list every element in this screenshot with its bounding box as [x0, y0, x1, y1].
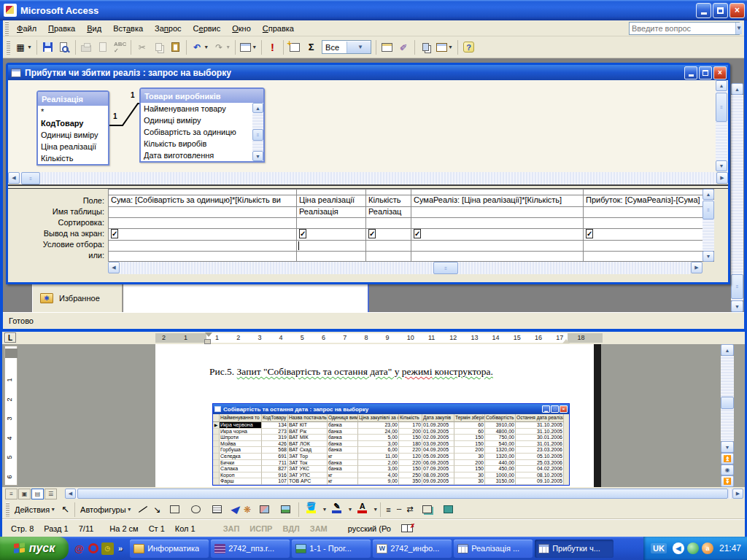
properties-button[interactable]: [379, 39, 395, 55]
field-item[interactable]: Кількість виробів: [141, 138, 252, 149]
text-box-button[interactable]: [206, 502, 228, 517]
menu-item-Справка[interactable]: Справка: [257, 22, 300, 35]
line-color-button[interactable]: ✎: [329, 502, 344, 517]
table-cell[interactable]: Короп: [220, 472, 262, 479]
scroll-right-icon[interactable]: ▶: [716, 172, 728, 184]
row-selector[interactable]: ▶: [213, 422, 220, 429]
table-cell[interactable]: 6,00: [358, 447, 399, 454]
scroll-thumb[interactable]: ≡: [703, 201, 714, 219]
table-cell[interactable]: 3,00: [358, 441, 399, 448]
grid-vertical-scrollbar[interactable]: ▲ ≡ ▼: [703, 189, 714, 262]
print-button[interactable]: [78, 39, 95, 55]
taskbar-button-4[interactable]: W2742_инфо...: [373, 540, 452, 558]
table-cell[interactable]: 3910,00: [485, 422, 516, 429]
table-cell[interactable]: ВАТ КІТ: [288, 422, 328, 429]
row-selector[interactable]: [213, 472, 220, 479]
grid-show-cell[interactable]: ✓: [109, 229, 296, 241]
table-cell[interactable]: 250: [399, 472, 422, 479]
query-window-titlebar[interactable]: Прибутки чи збитки реаліз : запрос на вы…: [8, 65, 728, 80]
grid-or-cell[interactable]: [366, 252, 411, 262]
menu-item-Правка[interactable]: Правка: [42, 22, 81, 35]
grid-table-cell[interactable]: [411, 207, 583, 218]
table-cell[interactable]: 200: [399, 429, 422, 435]
table-cell[interactable]: 711: [262, 460, 288, 467]
table-cell[interactable]: 31.10.2005: [516, 429, 564, 435]
menu-item-Вставка[interactable]: Вставка: [107, 22, 149, 35]
table-cell[interactable]: кг: [328, 478, 358, 485]
table-cell[interactable]: 200: [454, 447, 485, 454]
grid-sort-cell[interactable]: [109, 218, 296, 229]
cut-button[interactable]: ✂: [133, 39, 150, 55]
arrow-style-button[interactable]: ⇄: [403, 502, 416, 517]
table-cell[interactable]: 24,00: [358, 429, 399, 435]
arrow-button[interactable]: ↘: [151, 502, 164, 517]
menu-item-Сервис[interactable]: Сервис: [187, 22, 227, 35]
table-cell[interactable]: банка: [328, 466, 358, 472]
autoshapes-menu[interactable]: Автофигуры▼: [77, 502, 135, 517]
table-cell[interactable]: 916: [262, 472, 288, 479]
field-item[interactable]: Найменування товару: [141, 103, 252, 114]
taskbar-button-5[interactable]: Реалізація ...: [454, 540, 533, 558]
left-indent-marker[interactable]: [204, 339, 211, 344]
table-cell[interactable]: 5,00: [358, 435, 399, 441]
language-indicator[interactable]: UK: [651, 543, 667, 553]
menu-item-Запрос[interactable]: Запрос: [149, 22, 187, 35]
row-selector[interactable]: [213, 460, 220, 467]
spelling-status-icon[interactable]: [401, 524, 413, 532]
grid-column-header[interactable]: [109, 189, 296, 195]
table-cell[interactable]: 09.10.2005: [516, 478, 564, 485]
show-checkbox[interactable]: ✓: [111, 229, 118, 238]
show-checkbox[interactable]: ✓: [414, 229, 421, 238]
normal-view-button[interactable]: ≡: [5, 489, 18, 499]
grid-sort-cell[interactable]: [366, 218, 411, 229]
field-list-tovary-vyrobnykiv[interactable]: Товари виробниківНайменування товаруОдин…: [139, 88, 265, 163]
agent-tray-icon[interactable]: a: [702, 542, 713, 554]
table-row[interactable]: Горбуша568ВАТ Скадбанка6,0022004.09.2005…: [213, 447, 569, 454]
grid-sort-cell[interactable]: [297, 218, 365, 229]
web-layout-button[interactable]: ▣: [18, 489, 31, 499]
table-cell[interactable]: 150: [399, 435, 422, 441]
spelling-button[interactable]: ABC✓: [112, 39, 128, 55]
table-cell[interactable]: 31.10.2005: [516, 422, 564, 429]
table-cell[interactable]: 200: [454, 460, 485, 467]
grid-show-cell[interactable]: ✓: [297, 229, 365, 241]
row-selector[interactable]: [213, 454, 220, 460]
table-cell[interactable]: банка: [328, 441, 358, 448]
scroll-up-icon[interactable]: ▲: [252, 103, 263, 113]
table-cell[interactable]: ЗАТ УКС: [288, 466, 328, 472]
scroll-thumb[interactable]: ≡: [716, 93, 727, 122]
table-cell[interactable]: 07.09.2005: [422, 466, 454, 472]
taskbar-button-3[interactable]: 1-1 - Прог...: [292, 540, 371, 558]
table-cell[interactable]: 440,00: [485, 460, 516, 467]
table-cell[interactable]: 426: [262, 441, 288, 448]
table-cell[interactable]: 750,00: [485, 435, 516, 441]
grid-field-cell[interactable]: СумаРеаліз: [Ціна реалізації]*[Кількість…: [411, 195, 583, 207]
build-button[interactable]: ✏: [395, 39, 412, 55]
top-values-combo[interactable]: Все▼: [322, 40, 371, 54]
table-cell[interactable]: 170: [399, 422, 422, 429]
rectangle-button[interactable]: [164, 502, 185, 517]
scroll-thumb[interactable]: ≡: [21, 172, 40, 184]
table-cell[interactable]: ВАТ ЛОК: [288, 441, 328, 448]
table-cell[interactable]: 691: [262, 454, 288, 460]
table-cell[interactable]: банка: [328, 447, 358, 454]
grid-show-cell[interactable]: ✓: [411, 229, 583, 241]
threed-style-button[interactable]: [438, 502, 459, 517]
table-cell[interactable]: 150: [454, 435, 485, 441]
table-cell[interactable]: Икра червона: [220, 422, 262, 429]
field-item[interactable]: *: [38, 106, 108, 117]
table-cell[interactable]: 4800,00: [485, 429, 516, 435]
table-cell[interactable]: кг: [328, 472, 358, 479]
totals-button[interactable]: Σ: [303, 39, 320, 55]
scroll-left-icon[interactable]: ◀: [65, 489, 76, 499]
scroll-thumb[interactable]: ≡: [433, 262, 458, 274]
table-cell[interactable]: 120: [399, 454, 422, 460]
table-cell[interactable]: 4,00: [358, 472, 399, 479]
menu-item-Файл[interactable]: Файл: [11, 22, 42, 35]
table-cell[interactable]: ЗАТ УПС: [288, 472, 328, 479]
table-row[interactable]: Селедка691ЗАТ Торкг11,0012005.09.2005301…: [213, 454, 569, 460]
figure-caption[interactable]: Рис.5. Запит "Собівартість та остання да…: [209, 366, 493, 378]
chevron-down-icon[interactable]: ▼: [347, 42, 371, 53]
table-cell[interactable]: 01.09.2005: [422, 422, 454, 429]
favorites-button[interactable]: ✱ Избранное: [40, 289, 117, 307]
